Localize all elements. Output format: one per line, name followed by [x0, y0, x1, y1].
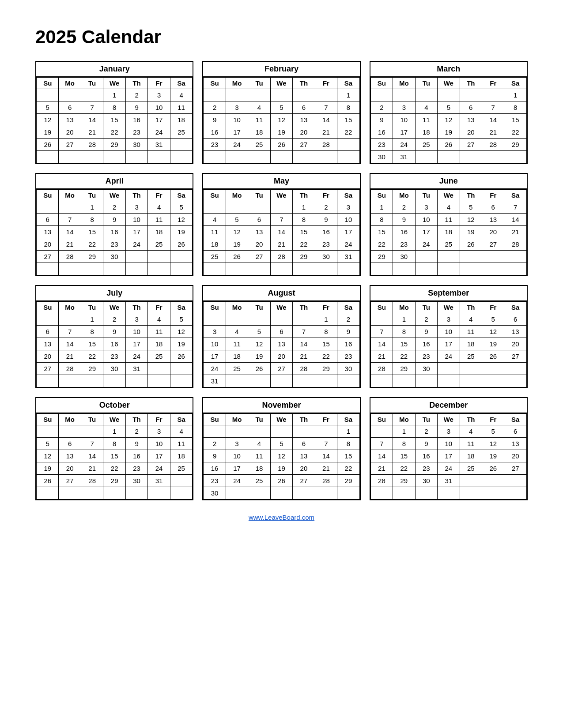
day-cell: 16 — [315, 226, 337, 238]
day-cell: 22 — [81, 350, 103, 363]
day-cell: 8 — [103, 101, 125, 114]
day-cell — [393, 375, 415, 387]
page-title: 2025 Calendar — [35, 26, 528, 48]
day-cell: 12 — [248, 338, 270, 350]
day-cell: 2 — [204, 438, 226, 450]
day-cell — [37, 375, 59, 387]
day-header-we: We — [270, 414, 292, 425]
month-title-february: February — [203, 62, 359, 77]
day-cell — [170, 139, 193, 151]
day-cell: 14 — [270, 226, 292, 238]
day-cell — [226, 151, 248, 163]
day-cell — [337, 375, 360, 387]
day-cell: 17 — [125, 338, 147, 350]
day-cell: 20 — [482, 226, 504, 238]
day-cell — [81, 375, 103, 387]
day-header-fr: Fr — [482, 190, 504, 201]
day-cell: 17 — [438, 338, 460, 350]
day-header-su: Su — [370, 190, 393, 201]
day-cell: 16 — [370, 126, 393, 139]
day-header-su: Su — [370, 302, 393, 313]
day-cell: 18 — [226, 350, 248, 363]
day-header-sa: Sa — [504, 190, 527, 201]
day-cell — [148, 363, 170, 375]
day-cell: 20 — [37, 350, 59, 363]
day-cell: 7 — [270, 214, 292, 226]
day-cell: 30 — [393, 251, 415, 263]
day-cell: 24 — [393, 139, 415, 151]
day-cell: 28 — [370, 475, 393, 487]
day-cell: 7 — [81, 101, 103, 114]
day-cell: 5 — [37, 101, 59, 114]
day-cell: 22 — [315, 350, 337, 363]
day-cell: 25 — [248, 475, 270, 487]
day-cell — [226, 425, 248, 438]
day-cell: 9 — [370, 114, 393, 126]
day-cell: 14 — [59, 338, 81, 350]
day-header-tu: Tu — [415, 414, 437, 425]
week-row — [37, 487, 193, 499]
day-header-su: Su — [370, 414, 393, 425]
day-cell — [204, 263, 226, 275]
day-cell: 16 — [415, 450, 437, 462]
day-cell: 1 — [81, 201, 103, 214]
week-row: 23242526272829 — [204, 475, 359, 487]
day-cell: 10 — [393, 114, 415, 126]
day-cell: 17 — [438, 450, 460, 462]
day-cell — [170, 263, 193, 275]
day-cell: 28 — [315, 475, 337, 487]
day-header-mo: Mo — [393, 302, 415, 313]
week-row — [370, 487, 526, 499]
day-cell: 10 — [125, 214, 147, 226]
day-cell: 26 — [270, 475, 292, 487]
day-header-su: Su — [370, 78, 393, 89]
day-cell: 5 — [170, 201, 193, 214]
day-cell: 5 — [270, 101, 292, 114]
day-cell: 11 — [170, 101, 193, 114]
day-cell: 2 — [103, 313, 125, 326]
day-cell: 11 — [170, 438, 193, 450]
day-cell: 17 — [337, 226, 360, 238]
day-cell: 3 — [226, 438, 248, 450]
day-cell: 19 — [170, 338, 193, 350]
day-cell — [226, 263, 248, 275]
day-cell: 9 — [315, 214, 337, 226]
month-table-july: SuMoTuWeThFrSa12345678910111213141516171… — [36, 301, 193, 387]
day-cell: 23 — [204, 475, 226, 487]
day-cell: 30 — [415, 475, 437, 487]
week-row: 567891011 — [37, 438, 193, 450]
day-header-mo: Mo — [226, 302, 248, 313]
day-cell: 4 — [460, 313, 482, 326]
day-cell: 15 — [293, 226, 315, 238]
day-cell: 23 — [125, 126, 147, 139]
day-cell: 15 — [370, 226, 393, 238]
footer-link[interactable]: www.LeaveBoard.com — [35, 514, 528, 521]
day-header-th: Th — [125, 414, 147, 425]
day-header-th: Th — [293, 414, 315, 425]
week-row: 262728293031 — [37, 475, 193, 487]
day-header-th: Th — [293, 190, 315, 201]
day-header-sa: Sa — [170, 78, 193, 89]
day-cell: 15 — [337, 450, 360, 462]
day-header-we: We — [270, 78, 292, 89]
day-cell — [504, 251, 527, 263]
week-row: 31 — [204, 375, 359, 387]
day-cell — [315, 263, 337, 275]
day-cell: 3 — [204, 326, 226, 338]
week-row: 20212223242526 — [37, 238, 193, 251]
day-cell: 4 — [248, 101, 270, 114]
day-header-su: Su — [204, 190, 226, 201]
day-cell — [125, 151, 147, 163]
week-row: 16171819202122 — [204, 462, 359, 475]
day-cell: 21 — [293, 350, 315, 363]
day-cell: 29 — [103, 475, 125, 487]
day-cell: 2 — [125, 89, 147, 101]
day-cell — [415, 151, 437, 163]
day-cell: 20 — [460, 126, 482, 139]
day-cell — [482, 263, 504, 275]
day-header-sa: Sa — [337, 78, 360, 89]
day-cell: 7 — [315, 101, 337, 114]
day-cell: 31 — [204, 375, 226, 387]
day-header-we: We — [438, 414, 460, 425]
day-cell: 10 — [226, 450, 248, 462]
